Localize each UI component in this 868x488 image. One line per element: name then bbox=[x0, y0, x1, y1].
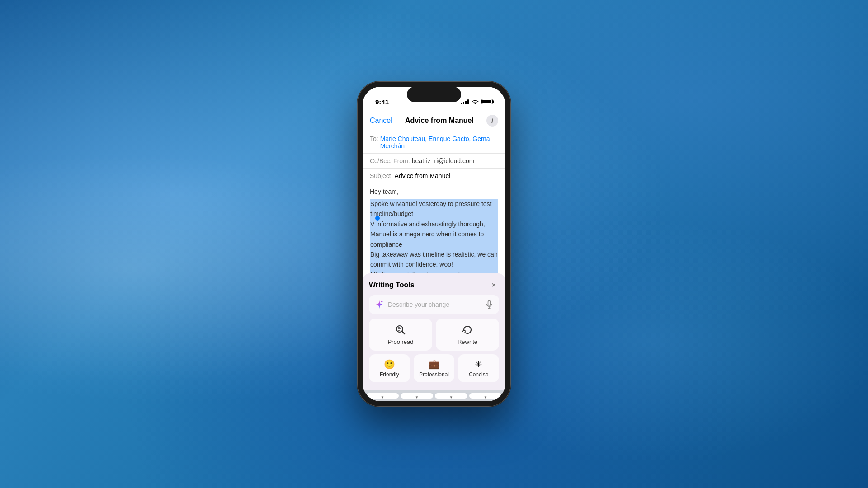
friendly-label: Friendly bbox=[380, 371, 399, 378]
to-recipients: Marie Chouteau, Enrique Gacto, Gema Merc… bbox=[380, 135, 498, 150]
email-title: Advice from Manuel bbox=[405, 117, 474, 125]
signal-icon bbox=[461, 99, 469, 104]
subject-field[interactable]: Subject: Advice from Manuel bbox=[363, 169, 505, 183]
friendly-button[interactable]: 🙂 Friendly bbox=[369, 354, 410, 382]
body-greeting: Hey team, bbox=[370, 188, 498, 195]
writing-tools-header: Writing Tools × bbox=[369, 280, 499, 291]
rewrite-button[interactable]: Rewrite bbox=[436, 319, 499, 351]
professional-button[interactable]: 💼 Professional bbox=[414, 354, 455, 382]
writing-tools-close-button[interactable]: × bbox=[488, 280, 499, 291]
concise-icon: ✳ bbox=[475, 359, 482, 370]
writing-tools-panel: Writing Tools × bbox=[363, 273, 505, 390]
to-field[interactable]: To: Marie Chouteau, Enrique Gacto, Gema … bbox=[363, 131, 505, 154]
dynamic-island bbox=[407, 87, 461, 102]
phone-frame: 9:41 bbox=[357, 81, 511, 407]
selected-text: Spoke w Manuel yesterday to pressure tes… bbox=[370, 199, 498, 273]
wifi-icon bbox=[472, 99, 479, 104]
rewrite-label: Rewrite bbox=[458, 338, 477, 345]
proofread-label: Proofread bbox=[387, 338, 413, 345]
subject-value: Advice from Manuel bbox=[395, 172, 451, 179]
svg-point-0 bbox=[381, 301, 383, 303]
cc-value: beatriz_ri@icloud.com bbox=[412, 157, 475, 164]
concise-button[interactable]: ✳ Concise bbox=[458, 354, 499, 382]
professional-label: Professional bbox=[419, 371, 449, 378]
friendly-icon: 🙂 bbox=[384, 359, 395, 370]
info-button[interactable]: i bbox=[486, 115, 498, 127]
writing-tools-title: Writing Tools bbox=[369, 281, 415, 289]
writing-tools-input-placeholder: Describe your change bbox=[388, 301, 481, 308]
writing-tools-tone-buttons: 🙂 Friendly 💼 Professional ✳ Concise bbox=[369, 354, 499, 382]
writing-tools-sparkle-icon bbox=[374, 300, 384, 310]
writing-tools-input-row[interactable]: Describe your change bbox=[369, 295, 499, 314]
to-label: To: bbox=[370, 135, 378, 142]
email-body[interactable]: Hey team, Spoke w Manuel yesterday to pr… bbox=[363, 183, 505, 273]
battery-icon bbox=[481, 99, 493, 104]
cc-label: Cc/Bcc, From: bbox=[370, 157, 410, 164]
cancel-button[interactable]: Cancel bbox=[370, 117, 392, 125]
keyboard-suggestion-3[interactable]: ▼ bbox=[435, 393, 467, 399]
writing-tools-main-buttons: Proofread Rewrite bbox=[369, 319, 499, 351]
phone-screen: 9:41 bbox=[363, 87, 505, 401]
phone-device: 9:41 bbox=[357, 81, 511, 407]
subject-label: Subject: bbox=[370, 172, 393, 179]
keyboard-suggestion-1[interactable]: ▼ bbox=[366, 393, 399, 399]
rewrite-icon bbox=[462, 324, 473, 336]
concise-label: Concise bbox=[469, 371, 488, 378]
microphone-icon[interactable] bbox=[485, 300, 494, 309]
status-time: 9:41 bbox=[375, 98, 389, 106]
svg-rect-1 bbox=[488, 301, 491, 305]
email-compose-area: Cancel Advice from Manuel i To: Marie Ch… bbox=[363, 110, 505, 401]
keyboard-suggestion-4[interactable]: ▼ bbox=[469, 393, 502, 399]
keyboard-suggestions-bar: ▼ ▼ ▼ ▼ bbox=[363, 390, 505, 401]
proofread-button[interactable]: Proofread bbox=[369, 319, 432, 351]
svg-line-5 bbox=[402, 331, 405, 334]
proofread-icon bbox=[395, 324, 406, 336]
email-header: Cancel Advice from Manuel i bbox=[363, 110, 505, 131]
keyboard-suggestion-2[interactable]: ▼ bbox=[401, 393, 433, 399]
professional-icon: 💼 bbox=[429, 359, 440, 370]
text-cursor bbox=[375, 216, 380, 221]
status-icons bbox=[461, 99, 493, 104]
cc-field[interactable]: Cc/Bcc, From: beatriz_ri@icloud.com bbox=[363, 154, 505, 169]
